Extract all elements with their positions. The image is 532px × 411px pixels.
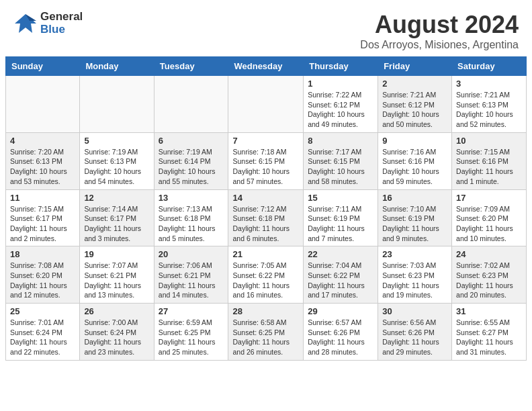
week-row-4: 18Sunrise: 7:08 AM Sunset: 6:20 PM Dayli…: [6, 246, 527, 304]
logo-general: General: [40, 11, 83, 24]
day-number: 29: [308, 306, 373, 316]
day-info: Sunrise: 7:15 AM Sunset: 6:17 PM Dayligh…: [10, 204, 75, 244]
day-info: Sunrise: 7:18 AM Sunset: 6:15 PM Dayligh…: [232, 147, 299, 187]
header-area: General Blue August 2024 Dos Arroyos, Mi…: [0, 0, 532, 56]
svg-marker-0: [15, 14, 36, 33]
calendar-cell: 13Sunrise: 7:13 AM Sunset: 6:18 PM Dayli…: [154, 189, 228, 246]
day-number: 27: [159, 306, 224, 316]
day-number: 22: [308, 249, 373, 259]
calendar-cell: 19Sunrise: 7:07 AM Sunset: 6:21 PM Dayli…: [80, 246, 154, 304]
calendar-cell: [228, 76, 304, 133]
day-number: 8: [308, 136, 373, 146]
calendar-cell: [80, 76, 154, 133]
calendar-header-friday: Friday: [378, 57, 452, 76]
day-number: 13: [159, 193, 224, 203]
day-info: Sunrise: 7:02 AM Sunset: 6:23 PM Dayligh…: [456, 261, 522, 300]
day-info: Sunrise: 7:11 AM Sunset: 6:19 PM Dayligh…: [308, 204, 373, 244]
calendar-cell: 1Sunrise: 7:22 AM Sunset: 6:12 PM Daylig…: [304, 76, 378, 133]
calendar-cell: 29Sunrise: 6:57 AM Sunset: 6:26 PM Dayli…: [304, 304, 378, 361]
calendar-cell: 23Sunrise: 7:03 AM Sunset: 6:23 PM Dayli…: [378, 246, 452, 304]
day-info: Sunrise: 7:20 AM Sunset: 6:13 PM Dayligh…: [10, 147, 75, 187]
day-info: Sunrise: 7:06 AM Sunset: 6:21 PM Dayligh…: [159, 261, 224, 300]
day-info: Sunrise: 7:01 AM Sunset: 6:24 PM Dayligh…: [10, 318, 75, 357]
day-info: Sunrise: 7:05 AM Sunset: 6:22 PM Dayligh…: [232, 261, 299, 300]
day-number: 23: [382, 249, 447, 259]
calendar-cell: 5Sunrise: 7:19 AM Sunset: 6:13 PM Daylig…: [80, 132, 154, 189]
subtitle: Dos Arroyos, Misiones, Argentina: [360, 39, 519, 51]
calendar-cell: 30Sunrise: 6:56 AM Sunset: 6:26 PM Dayli…: [378, 304, 452, 361]
logo-blue: Blue: [40, 24, 83, 36]
day-number: 7: [232, 136, 299, 146]
day-number: 3: [456, 79, 522, 89]
calendar-header-tuesday: Tuesday: [154, 57, 228, 76]
calendar-cell: 14Sunrise: 7:12 AM Sunset: 6:18 PM Dayli…: [228, 189, 304, 246]
calendar-cell: 26Sunrise: 7:00 AM Sunset: 6:24 PM Dayli…: [80, 304, 154, 361]
day-number: 10: [456, 136, 522, 146]
calendar-cell: 6Sunrise: 7:19 AM Sunset: 6:14 PM Daylig…: [154, 132, 228, 189]
calendar-cell: 4Sunrise: 7:20 AM Sunset: 6:13 PM Daylig…: [6, 132, 80, 189]
day-info: Sunrise: 7:21 AM Sunset: 6:13 PM Dayligh…: [456, 90, 522, 130]
week-row-1: 1Sunrise: 7:22 AM Sunset: 6:12 PM Daylig…: [6, 76, 527, 133]
day-number: 11: [10, 193, 75, 203]
calendar-cell: 21Sunrise: 7:05 AM Sunset: 6:22 PM Dayli…: [228, 246, 304, 304]
day-info: Sunrise: 7:14 AM Sunset: 6:17 PM Dayligh…: [84, 204, 149, 244]
calendar-cell: 16Sunrise: 7:10 AM Sunset: 6:19 PM Dayli…: [378, 189, 452, 246]
day-number: 18: [10, 249, 75, 259]
day-number: 4: [10, 136, 75, 146]
day-info: Sunrise: 7:00 AM Sunset: 6:24 PM Dayligh…: [84, 318, 149, 357]
day-info: Sunrise: 7:08 AM Sunset: 6:20 PM Dayligh…: [10, 261, 75, 300]
day-number: 25: [10, 306, 75, 316]
calendar-header-sunday: Sunday: [6, 57, 80, 76]
calendar-cell: 31Sunrise: 6:55 AM Sunset: 6:27 PM Dayli…: [452, 304, 527, 361]
calendar-cell: 25Sunrise: 7:01 AM Sunset: 6:24 PM Dayli…: [6, 304, 80, 361]
day-number: 31: [456, 306, 522, 316]
calendar-cell: 20Sunrise: 7:06 AM Sunset: 6:21 PM Dayli…: [154, 246, 228, 304]
calendar-cell: 9Sunrise: 7:16 AM Sunset: 6:16 PM Daylig…: [378, 132, 452, 189]
day-number: 24: [456, 249, 522, 259]
day-info: Sunrise: 7:12 AM Sunset: 6:18 PM Dayligh…: [232, 204, 299, 244]
title-area: August 2024 Dos Arroyos, Misiones, Argen…: [360, 11, 519, 51]
calendar-cell: 7Sunrise: 7:18 AM Sunset: 6:15 PM Daylig…: [228, 132, 304, 189]
day-info: Sunrise: 6:56 AM Sunset: 6:26 PM Dayligh…: [382, 318, 447, 357]
calendar-cell: [6, 76, 80, 133]
calendar-header-saturday: Saturday: [452, 57, 527, 76]
calendar-table: SundayMondayTuesdayWednesdayThursdayFrid…: [5, 56, 527, 361]
calendar-header-row: SundayMondayTuesdayWednesdayThursdayFrid…: [6, 57, 527, 76]
day-info: Sunrise: 7:19 AM Sunset: 6:13 PM Dayligh…: [84, 147, 149, 187]
week-row-3: 11Sunrise: 7:15 AM Sunset: 6:17 PM Dayli…: [6, 189, 527, 246]
day-number: 5: [84, 136, 149, 146]
calendar-header-wednesday: Wednesday: [228, 57, 304, 76]
day-number: 21: [232, 249, 299, 259]
day-info: Sunrise: 7:16 AM Sunset: 6:16 PM Dayligh…: [382, 147, 447, 187]
day-number: 1: [308, 79, 373, 89]
calendar-cell: 28Sunrise: 6:58 AM Sunset: 6:25 PM Dayli…: [228, 304, 304, 361]
day-info: Sunrise: 7:19 AM Sunset: 6:14 PM Dayligh…: [159, 147, 224, 187]
calendar-cell: 24Sunrise: 7:02 AM Sunset: 6:23 PM Dayli…: [452, 246, 527, 304]
day-number: 30: [382, 306, 447, 316]
day-info: Sunrise: 7:22 AM Sunset: 6:12 PM Dayligh…: [308, 90, 373, 130]
calendar-wrapper: SundayMondayTuesdayWednesdayThursdayFrid…: [0, 56, 532, 366]
logo: General Blue: [13, 11, 83, 36]
calendar-header-thursday: Thursday: [304, 57, 378, 76]
calendar-cell: 15Sunrise: 7:11 AM Sunset: 6:19 PM Dayli…: [304, 189, 378, 246]
calendar-cell: 17Sunrise: 7:09 AM Sunset: 6:20 PM Dayli…: [452, 189, 527, 246]
calendar-cell: 12Sunrise: 7:14 AM Sunset: 6:17 PM Dayli…: [80, 189, 154, 246]
day-number: 12: [84, 193, 149, 203]
day-info: Sunrise: 6:57 AM Sunset: 6:26 PM Dayligh…: [308, 318, 373, 357]
main-title: August 2024: [360, 11, 519, 39]
day-info: Sunrise: 7:15 AM Sunset: 6:16 PM Dayligh…: [456, 147, 522, 187]
day-number: 14: [232, 193, 299, 203]
day-info: Sunrise: 7:21 AM Sunset: 6:12 PM Dayligh…: [382, 90, 447, 130]
day-number: 15: [308, 193, 373, 203]
day-info: Sunrise: 6:58 AM Sunset: 6:25 PM Dayligh…: [232, 318, 299, 357]
day-info: Sunrise: 7:07 AM Sunset: 6:21 PM Dayligh…: [84, 261, 149, 300]
calendar-cell: 22Sunrise: 7:04 AM Sunset: 6:22 PM Dayli…: [304, 246, 378, 304]
day-number: 26: [84, 306, 149, 316]
day-info: Sunrise: 7:04 AM Sunset: 6:22 PM Dayligh…: [308, 261, 373, 300]
day-number: 6: [159, 136, 224, 146]
calendar-cell: 3Sunrise: 7:21 AM Sunset: 6:13 PM Daylig…: [452, 76, 527, 133]
day-number: 20: [159, 249, 224, 259]
calendar-header-monday: Monday: [80, 57, 154, 76]
day-number: 2: [382, 79, 447, 89]
calendar-cell: 11Sunrise: 7:15 AM Sunset: 6:17 PM Dayli…: [6, 189, 80, 246]
